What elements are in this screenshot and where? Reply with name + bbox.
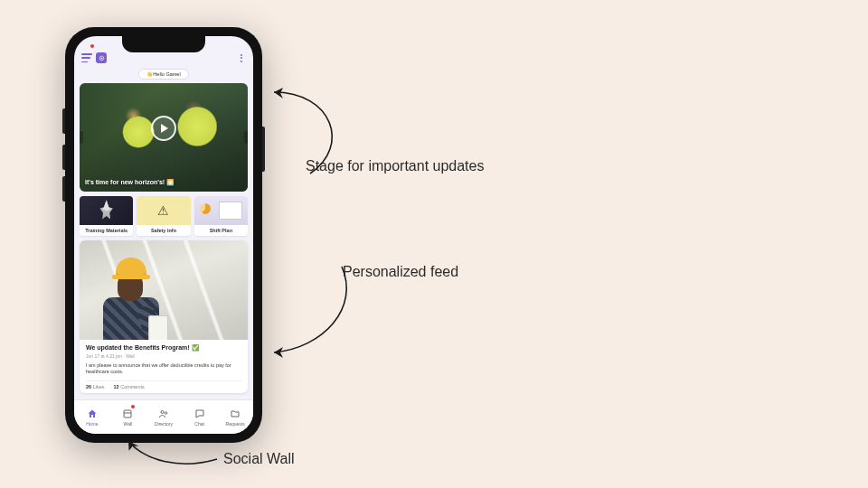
play-button-icon[interactable] [151,116,176,141]
likes-stat[interactable]: 26 Likes [86,384,105,389]
feed-post-card[interactable]: We updated the Benefits Program! ✅ Jun 1… [80,240,248,393]
svg-point-4 [161,410,164,413]
post-text: I am please to announce that we offer de… [86,362,241,376]
tile-label: Safety Info [137,225,190,236]
nav-badge-dot [131,405,135,408]
svg-rect-2 [124,410,131,418]
tile-label: Training Materials [80,225,133,236]
requests-icon [230,408,241,419]
hero-next-chevron-icon[interactable]: › [244,131,248,144]
arrow-to-feed [260,262,369,361]
arrow-to-wall [118,434,222,474]
post-stats: 26 Likes 12 Comments [86,380,241,389]
tile-safety-info[interactable]: Safety Info [137,196,190,236]
wall-icon [122,408,133,419]
top-bar-left [81,52,107,63]
nav-directory[interactable]: Directory [146,400,182,434]
app-logo-icon[interactable] [96,52,107,63]
menu-icon[interactable] [81,53,92,62]
nav-label: Requests [226,421,245,427]
greeting-pill: 👋 Hello Gamel [138,69,188,80]
nav-requests[interactable]: Requests [217,400,253,434]
notification-dot [90,44,94,48]
tile-label: Shift Plan [194,225,248,236]
svg-point-1 [100,57,102,59]
greeting-text: Hello Gamel [153,71,180,77]
post-image [80,240,248,340]
hero-card[interactable]: ‹ › It's time for new horizon's! 🌅 [80,83,248,192]
nav-wall[interactable]: Wall [110,400,146,434]
post-title: We updated the Benefits Program! ✅ [86,344,241,352]
quick-tiles-row: Training Materials Safety Info Shift Pla… [80,196,248,236]
svg-point-5 [165,411,167,414]
bottom-nav: Home Wall Directory Chat Requests [74,399,253,434]
nav-chat[interactable]: Chat [182,400,218,434]
nav-label: Chat [194,421,204,427]
phone-notch [122,36,205,52]
hero-caption: It's time for new horizon's! 🌅 [85,179,175,186]
annotation-social-wall: Social Wall [223,449,295,469]
post-image-subject [96,254,168,340]
chat-icon [194,408,205,419]
nav-home[interactable]: Home [74,400,110,434]
hero-prev-chevron-icon[interactable]: ‹ [80,131,83,144]
post-body: We updated the Benefits Program! ✅ Jun 1… [80,340,248,393]
tile-thumbnail [194,196,248,225]
post-meta: Jun 17 at 4:21 pm · Wall [86,353,241,359]
tile-training-materials[interactable]: Training Materials [80,196,133,236]
tile-thumbnail [137,196,190,225]
comments-stat[interactable]: 12 Comments [114,384,145,389]
nav-label: Wall [124,421,133,427]
arrow-to-stage [260,83,369,183]
tile-thumbnail [80,196,133,225]
phone-frame: 👋 Hello Gamel ‹ › It's time for new hori… [65,27,262,443]
nav-label: Home [86,421,98,427]
app-screen: 👋 Hello Gamel ‹ › It's time for new hori… [74,36,253,434]
more-menu-icon[interactable] [237,54,246,62]
directory-icon [158,408,169,419]
tile-shift-plan[interactable]: Shift Plan [194,196,248,236]
nav-label: Directory [155,421,173,427]
home-icon [87,408,98,419]
